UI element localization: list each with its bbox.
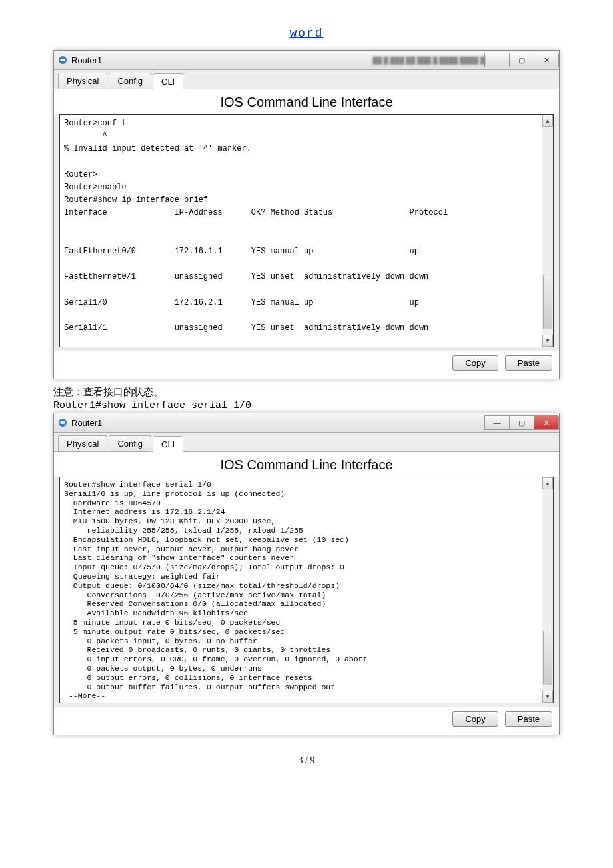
tab-bar: Physical Config CLI	[54, 433, 559, 452]
cli-heading: IOS Command Line Interface	[54, 452, 559, 477]
minimize-button[interactable]: —	[484, 415, 510, 430]
window-title: Router1	[71, 55, 306, 65]
scroll-thumb[interactable]	[543, 631, 552, 685]
scrollbar[interactable]: ▲ ▼	[542, 115, 553, 347]
tab-cli[interactable]: CLI	[153, 436, 183, 452]
word-link[interactable]: word	[289, 27, 323, 40]
cli-heading: IOS Command Line Interface	[54, 89, 559, 114]
minimize-button[interactable]: —	[484, 53, 510, 67]
titlebar-blur: ██ █ ███ ██ ███ █ ████ ████ █	[306, 57, 485, 64]
copy-button[interactable]: Copy	[452, 711, 498, 727]
close-button[interactable]: ✕	[534, 415, 559, 430]
scroll-up-icon[interactable]: ▲	[542, 477, 553, 489]
cli-terminal[interactable]: Router#show interface serial 1/0 Serial1…	[59, 477, 554, 703]
close-button[interactable]: ✕	[534, 53, 559, 67]
app-icon	[58, 418, 67, 427]
scrollbar[interactable]: ▲ ▼	[542, 477, 553, 703]
maximize-button[interactable]: ▢	[509, 415, 534, 430]
tab-bar: Physical Config CLI	[54, 70, 559, 89]
scroll-up-icon[interactable]: ▲	[542, 115, 553, 127]
scroll-down-icon[interactable]: ▼	[542, 335, 553, 347]
titlebar: Router1 ██ █ ███ ██ ███ █ ████ ████ █ — …	[54, 51, 559, 70]
paste-button[interactable]: Paste	[505, 711, 552, 727]
router1-window-2: Router1 — ▢ ✕ Physical Config CLI IOS Co…	[53, 413, 560, 735]
svg-rect-3	[61, 421, 65, 424]
scroll-down-icon[interactable]: ▼	[542, 691, 553, 703]
tab-physical[interactable]: Physical	[58, 435, 107, 451]
router1-window-1: Router1 ██ █ ███ ██ ███ █ ████ ████ █ — …	[53, 50, 560, 379]
tab-cli[interactable]: CLI	[153, 73, 183, 89]
window-title: Router1	[71, 418, 485, 428]
maximize-button[interactable]: ▢	[509, 53, 534, 67]
scroll-thumb[interactable]	[543, 275, 552, 329]
cli-terminal[interactable]: Router>conf t ^ % Invalid input detected…	[59, 114, 554, 347]
tab-config[interactable]: Config	[109, 435, 151, 451]
copy-button[interactable]: Copy	[452, 355, 498, 371]
titlebar: Router1 — ▢ ✕	[54, 413, 559, 433]
paste-button[interactable]: Paste	[505, 355, 552, 371]
svg-rect-1	[61, 59, 65, 61]
page-number: 3 / 9	[53, 755, 560, 766]
tab-physical[interactable]: Physical	[58, 73, 107, 89]
command-line: Router1#show interface serial 1/0	[53, 400, 560, 411]
header-link: word	[53, 27, 560, 40]
note-text: 注意：查看接口的状态。	[53, 386, 560, 399]
tab-config[interactable]: Config	[109, 73, 151, 89]
app-icon	[58, 55, 67, 65]
